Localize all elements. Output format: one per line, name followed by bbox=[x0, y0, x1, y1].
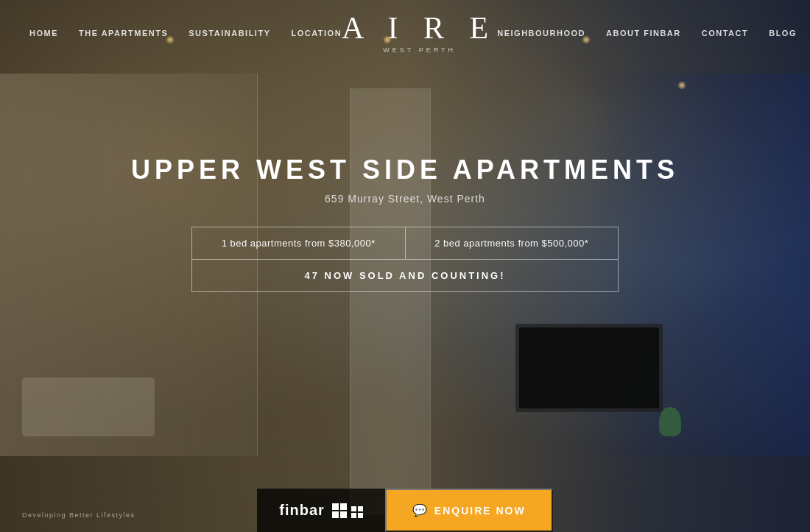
icon-sq6 bbox=[358, 506, 363, 511]
icon-sq7 bbox=[351, 513, 356, 518]
nav-item-neighbourhood[interactable]: NEIGHBOURHOOD bbox=[497, 29, 585, 38]
hero-title: UPPER WEST SIDE APARTMENTS bbox=[131, 155, 679, 185]
navbar: HOME THE APARTMENTS SUSTAINABILITY LOCAT… bbox=[0, 0, 810, 66]
nav-item-apartments[interactable]: THE APARTMENTS bbox=[79, 29, 168, 38]
nav-item-location[interactable]: LOCATION bbox=[291, 29, 342, 38]
icon-sq3 bbox=[332, 511, 339, 518]
enquire-label: ENQUIRE NOW bbox=[434, 505, 526, 517]
nav-item-contact[interactable]: CONTACT bbox=[702, 29, 748, 38]
enquire-button[interactable]: 💬 ENQUIRE NOW bbox=[385, 489, 553, 532]
hero-content: UPPER WEST SIDE APARTMENTS 659 Murray St… bbox=[0, 155, 810, 292]
room-cabinet bbox=[350, 88, 431, 515]
tv-unit bbox=[515, 324, 663, 412]
nav-item-sustainability[interactable]: SUSTAINABILITY bbox=[189, 29, 270, 38]
price-1bed: 1 bed apartments from $380,000* bbox=[192, 227, 406, 259]
finbar-brand-text: finbar bbox=[279, 502, 325, 519]
tv-screen bbox=[519, 327, 659, 408]
nav-right: NEIGHBOURHOOD ABOUT FINBAR CONTACT BLOG bbox=[497, 29, 797, 38]
chat-icon: 💬 bbox=[412, 503, 427, 517]
icon-sq2 bbox=[340, 503, 347, 510]
icon-sq4 bbox=[340, 511, 347, 518]
nav-item-home[interactable]: HOME bbox=[29, 29, 58, 38]
price-2bed: 2 bed apartments from $500,000* bbox=[406, 227, 619, 259]
finbar-icon-grid bbox=[332, 503, 347, 518]
pricing-row: 1 bed apartments from $380,000* 2 bed ap… bbox=[192, 227, 618, 260]
icon-sq8 bbox=[358, 513, 363, 518]
finbar-icon-grid2 bbox=[351, 506, 363, 518]
ceiling-light bbox=[677, 81, 686, 90]
finbar-icon bbox=[332, 503, 363, 518]
info-boxes: 1 bed apartments from $380,000* 2 bed ap… bbox=[191, 227, 619, 292]
bottom-bar: finbar Developing Better Lifestyles 💬 EN… bbox=[0, 489, 810, 532]
logo-subtitle: WEST PERTH bbox=[383, 46, 456, 54]
logo-title: A I R E bbox=[342, 13, 497, 43]
finbar-logo: finbar Developing Better Lifestyles bbox=[257, 489, 385, 532]
nav-item-blog[interactable]: BLOG bbox=[769, 29, 797, 38]
icon-sq5 bbox=[351, 506, 356, 511]
finbar-tagline: Developing Better Lifestyles bbox=[22, 511, 135, 519]
dining-table bbox=[22, 377, 155, 436]
logo: A I R E WEST PERTH bbox=[342, 13, 497, 54]
icon-sq1 bbox=[332, 503, 339, 510]
hero-address: 659 Murray Street, West Perth bbox=[325, 193, 485, 205]
sold-banner: 47 NOW SOLD AND COUNTING! bbox=[192, 260, 618, 291]
nav-left: HOME THE APARTMENTS SUSTAINABILITY LOCAT… bbox=[29, 29, 342, 38]
nav-item-about[interactable]: ABOUT FINBAR bbox=[606, 29, 681, 38]
decorative-plant bbox=[659, 407, 681, 436]
